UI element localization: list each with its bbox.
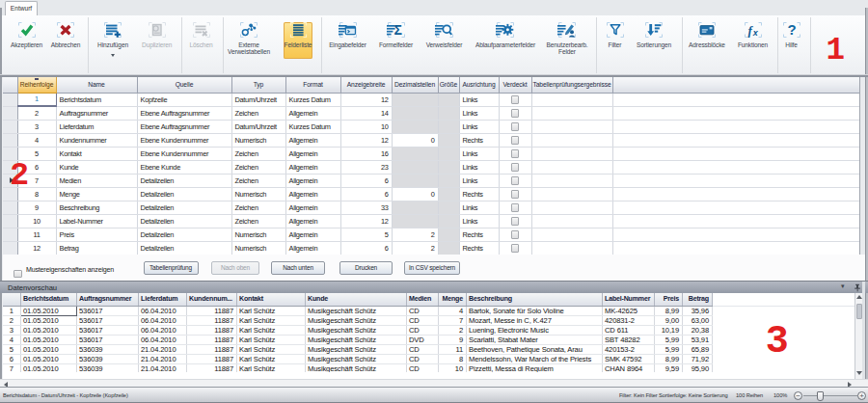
svg-text:Σ: Σ [393,22,401,38]
svg-text:x: x [751,28,758,38]
svg-text:?: ? [787,21,796,38]
